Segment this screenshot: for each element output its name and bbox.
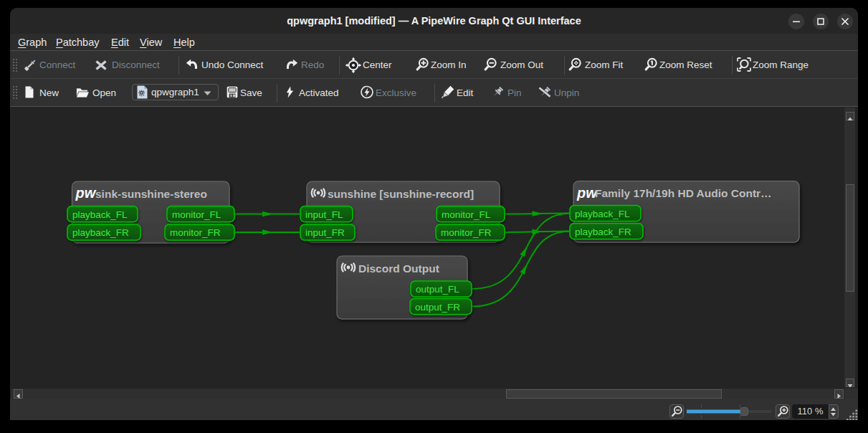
- svg-text:playback_FL: playback_FL: [575, 209, 630, 219]
- svg-text:Family 17h/19h HD Audio Contr…: Family 17h/19h HD Audio Contr…: [595, 187, 772, 199]
- svg-text:input_FL: input_FL: [305, 209, 343, 220]
- svg-text:playback_FL: playback_FL: [72, 209, 128, 220]
- svg-text:playback_FR: playback_FR: [575, 227, 631, 237]
- svg-text:monitor_FR: monitor_FR: [441, 227, 492, 238]
- svg-text:output_FR: output_FR: [415, 302, 460, 313]
- svg-text:output_FL: output_FL: [416, 284, 459, 295]
- svg-text:monitor_FR: monitor_FR: [170, 227, 221, 238]
- svg-text:Discord Output: Discord Output: [358, 262, 439, 275]
- svg-text:input_FR: input_FR: [305, 227, 345, 238]
- svg-text:pw: pw: [75, 185, 97, 201]
- svg-text:playback_FR: playback_FR: [72, 227, 129, 238]
- svg-text:monitor_FL: monitor_FL: [442, 209, 491, 220]
- svg-text:sunshine [sunshine-record]: sunshine [sunshine-record]: [328, 188, 474, 200]
- svg-text:monitor_FL: monitor_FL: [172, 209, 221, 220]
- svg-text:sink-sunshine-stereo: sink-sunshine-stereo: [95, 188, 207, 200]
